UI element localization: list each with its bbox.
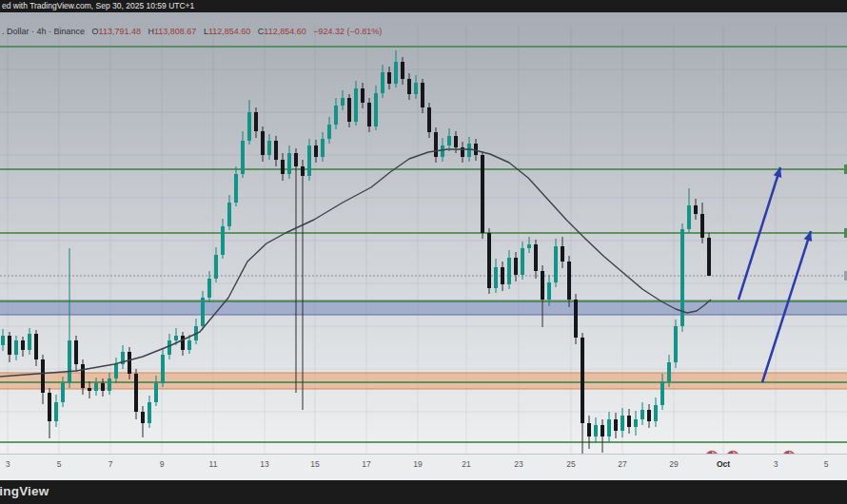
tradingview-logo[interactable]: TradingView xyxy=(0,484,49,498)
time-axis-label[interactable]: 25 xyxy=(566,459,575,469)
ohlc-high: H113,808.67 xyxy=(148,27,196,36)
time-axis-label[interactable]: 17 xyxy=(362,459,370,469)
footer-bar: TradingView xyxy=(0,480,847,504)
blue-supply-zone[interactable] xyxy=(0,300,847,315)
candlestick-series xyxy=(1,50,711,456)
ohlc-low: L112,854.60 xyxy=(204,27,250,36)
time-axis-label[interactable]: 3 xyxy=(774,459,778,469)
time-axis-label[interactable]: 9 xyxy=(160,459,165,469)
tradingview-published-chart: ed with TradingView.com, Sep 30, 2025 10… xyxy=(0,0,847,504)
time-axis-label[interactable]: 3 xyxy=(6,459,10,469)
time-axis-label[interactable]: 21 xyxy=(462,459,470,469)
chart-area[interactable]: . Dollar · 4h · Binance O113,791.48 H113… xyxy=(0,12,847,454)
change-value: −924.32 (−0.81%) xyxy=(313,27,382,36)
time-axis-label[interactable]: 27 xyxy=(618,459,626,469)
ohlc-close: C112,854.60 xyxy=(258,27,306,36)
publish-info-bar: ed with TradingView.com, Sep 30, 2025 10… xyxy=(0,0,847,12)
time-axis-label[interactable]: 11 xyxy=(209,459,218,469)
time-axis[interactable]: 357911131517192123252729Oct35 xyxy=(0,454,847,480)
time-axis-label[interactable]: 19 xyxy=(413,459,422,469)
time-axis-label[interactable]: 15 xyxy=(310,459,319,469)
time-axis-label[interactable]: 7 xyxy=(108,459,113,469)
ohlc-open: O113,791.48 xyxy=(92,27,141,36)
time-axis-label[interactable]: 13 xyxy=(260,459,268,469)
time-axis-label[interactable]: 29 xyxy=(669,459,678,469)
time-axis-label[interactable]: 5 xyxy=(57,459,62,469)
moving-average-line[interactable] xyxy=(0,149,711,377)
symbol-title: . Dollar · 4h · Binance xyxy=(2,27,85,36)
price-chart[interactable] xyxy=(0,12,847,466)
time-axis-label[interactable]: 23 xyxy=(514,459,522,469)
publish-info-text: ed with TradingView.com, Sep 30, 2025 10… xyxy=(2,1,194,10)
orange-demand-zone[interactable] xyxy=(0,373,847,389)
time-axis-label[interactable]: 5 xyxy=(824,459,829,469)
time-axis-label[interactable]: Oct xyxy=(717,459,730,469)
symbol-legend: . Dollar · 4h · Binance O113,791.48 H113… xyxy=(2,27,386,36)
